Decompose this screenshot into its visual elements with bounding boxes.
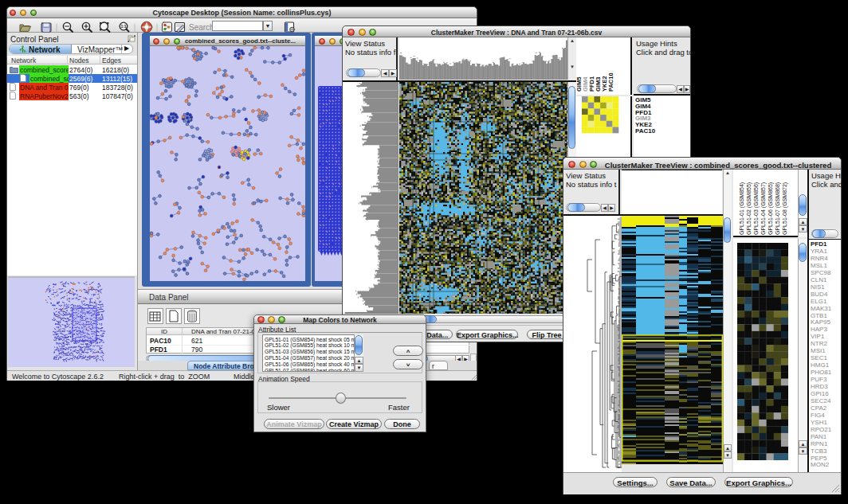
svg-text:GPL51-06 (GSM865): GPL51-06 (GSM865) (768, 182, 774, 235)
svg-text:GPL51-07 (GSM868): GPL51-07 (GSM868) (775, 182, 781, 235)
svg-text:PAC10: PAC10 (607, 72, 614, 92)
svg-text:GPL51-08 (GSM872): GPL51-08 (GSM872) (782, 182, 788, 235)
svg-text:GPL51-04 (GSM857): GPL51-04 (GSM857) (760, 182, 767, 235)
svg-text:GPL51-02 (GSM855): GPL51-02 (GSM855) (746, 182, 752, 235)
svg-text:1:1: 1:1 (120, 24, 126, 29)
svg-text:GPL51-03 (GSM856): GPL51-03 (GSM856) (753, 182, 760, 235)
svg-text:GPL51-01 (GSM854): GPL51-01 (GSM854) (739, 182, 745, 235)
